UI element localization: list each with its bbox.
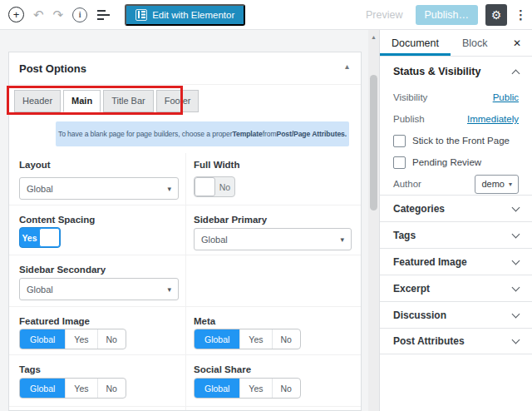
layout-select[interactable]: Global ▾ — [19, 177, 179, 200]
publish-row: Publish Immediately — [393, 108, 519, 130]
toggle-knob — [39, 228, 60, 247]
section-title: Discussion — [393, 309, 446, 321]
visibility-row: Visibility Public — [393, 87, 519, 108]
featured-image-option-yes[interactable]: Yes — [66, 329, 97, 349]
stick-front-page-label: Stick to the Front Page — [412, 136, 510, 146]
sidebar-section-post-attributes[interactable]: Post Attributes — [380, 328, 532, 354]
featured-image-option-global[interactable]: Global — [20, 329, 66, 349]
author-label: Author — [393, 179, 421, 189]
tab-footer[interactable]: Footer — [156, 90, 200, 112]
gear-icon: ⚙ — [491, 8, 502, 22]
meta-label: Meta — [194, 316, 215, 326]
sidebar-primary-select-value: Global — [201, 235, 228, 245]
more-tools-button[interactable]: ⋮ — [515, 8, 526, 21]
layout-select-value: Global — [27, 184, 53, 194]
sidebar-section-categories[interactable]: Categories — [380, 195, 532, 221]
publish-value-link[interactable]: Immediately — [467, 114, 519, 124]
column-divider — [185, 153, 186, 410]
toggle-knob — [195, 177, 215, 196]
chevron-up-icon — [512, 69, 520, 77]
editor-scrollbar[interactable]: ▲ — [368, 30, 379, 411]
full-width-label: Full Width — [194, 160, 239, 170]
caret-down-icon: ▾ — [167, 285, 171, 294]
featured-image-option-no[interactable]: No — [98, 329, 126, 349]
block-inserter-icon[interactable]: + — [8, 7, 24, 22]
close-sidebar-button[interactable]: ✕ — [502, 30, 532, 56]
tab-header[interactable]: Header — [14, 90, 61, 112]
tags-label: Tags — [19, 364, 41, 374]
notice-template-keyword: Template — [232, 130, 262, 138]
block-navigation-icon[interactable] — [96, 9, 111, 21]
social-share-option-global[interactable]: Global — [195, 379, 240, 398]
section-title: Post Attributes — [393, 335, 465, 347]
section-title: Featured Image — [393, 256, 467, 268]
author-select[interactable]: demo ▾ — [475, 175, 519, 194]
caret-down-icon: ▾ — [340, 235, 344, 244]
status-visibility-title: Status & Visibility — [393, 66, 480, 77]
publish-button[interactable]: Publish… — [416, 5, 479, 25]
sidebar-section-discussion[interactable]: Discussion — [380, 301, 532, 328]
sidebar-secondary-select[interactable]: Global ▾ — [19, 278, 179, 300]
author-select-value: demo — [481, 179, 505, 189]
pending-review-row: Pending Review — [393, 151, 519, 173]
pending-review-checkbox[interactable] — [393, 156, 406, 169]
caret-down-icon: ▾ — [167, 185, 171, 193]
sidebar-primary-select[interactable]: Global ▾ — [194, 228, 352, 250]
sidebar-section-featured-image[interactable]: Featured Image — [380, 248, 532, 275]
scrollbar-up-arrow-icon[interactable]: ▲ — [368, 30, 379, 40]
settings-sidebar: Document Block ✕ Status & Visibility Vis… — [379, 30, 532, 411]
meta-option-yes[interactable]: Yes — [240, 329, 272, 349]
visibility-value-link[interactable]: Public — [493, 92, 519, 102]
sidebar-section-tags[interactable]: Tags — [380, 221, 532, 248]
post-options-header[interactable]: Post Options ▴ — [9, 52, 361, 85]
post-options-tabbar: Header Main Title Bar Footer — [14, 90, 201, 112]
pending-review-label: Pending Review — [412, 157, 481, 167]
chevron-down-icon — [512, 336, 520, 344]
status-visibility-body: Visibility Public Publish Immediately St… — [380, 87, 532, 195]
notice-attributes-keyword: Post/Page Attributes. — [277, 130, 347, 138]
featured-image-button-group: Global Yes No — [19, 329, 126, 349]
tab-document[interactable]: Document — [380, 30, 451, 56]
redo-icon[interactable]: ↷ — [53, 8, 64, 21]
social-share-label: Social Share — [194, 364, 251, 374]
sidebar-tabbar: Document Block ✕ — [380, 30, 532, 57]
tags-option-no[interactable]: No — [98, 379, 126, 398]
tab-main[interactable]: Main — [63, 90, 101, 112]
editor-canvas: Post Options ▴ Header Main Title Bar Foo… — [0, 30, 379, 411]
section-title: Tags — [393, 230, 416, 241]
sidebar-section-excerpt[interactable]: Excerpt — [380, 275, 532, 301]
section-title: Categories — [393, 203, 445, 215]
panel-collapse-button[interactable]: ▴ — [345, 62, 349, 71]
chevron-down-icon — [512, 203, 520, 211]
meta-option-global[interactable]: Global — [195, 329, 240, 349]
tags-option-global[interactable]: Global — [20, 379, 66, 398]
post-options-title: Post Options — [19, 52, 86, 85]
content-structure-info-icon[interactable]: i — [72, 7, 87, 22]
full-width-toggle[interactable]: No — [194, 176, 235, 197]
featured-image-label: Featured Image — [19, 316, 90, 326]
tab-block[interactable]: Block — [451, 30, 500, 56]
scrollbar-thumb[interactable] — [370, 75, 377, 210]
social-share-button-group: Global Yes No — [194, 378, 301, 399]
social-share-option-no[interactable]: No — [273, 379, 300, 398]
content-spacing-toggle[interactable]: Yes — [19, 227, 61, 248]
chevron-down-icon — [512, 309, 520, 318]
social-share-option-yes[interactable]: Yes — [240, 379, 272, 398]
meta-option-no[interactable]: No — [273, 329, 300, 349]
edit-with-elementor-button[interactable]: Edit with Elementor — [125, 4, 245, 26]
sidebar-secondary-label: Sidebar Secondary — [19, 265, 106, 275]
collapse-triangle-icon: ▴ — [345, 62, 349, 71]
undo-icon[interactable]: ↶ — [33, 8, 44, 21]
preview-button[interactable]: Preview — [361, 6, 407, 24]
template-info-notice: To have a blank page for page builders, … — [56, 121, 349, 146]
stick-front-page-checkbox[interactable] — [393, 135, 406, 147]
tags-option-yes[interactable]: Yes — [66, 379, 97, 398]
tab-title-bar[interactable]: Title Bar — [103, 90, 154, 112]
elementor-icon — [135, 9, 147, 21]
author-row: Author demo ▾ — [393, 173, 519, 195]
chevron-down-icon — [512, 230, 520, 238]
status-visibility-header[interactable]: Status & Visibility — [380, 57, 532, 87]
close-icon: ✕ — [513, 37, 521, 49]
settings-toggle-button[interactable]: ⚙ — [485, 4, 507, 26]
sidebar-secondary-select-value: Global — [27, 285, 53, 295]
